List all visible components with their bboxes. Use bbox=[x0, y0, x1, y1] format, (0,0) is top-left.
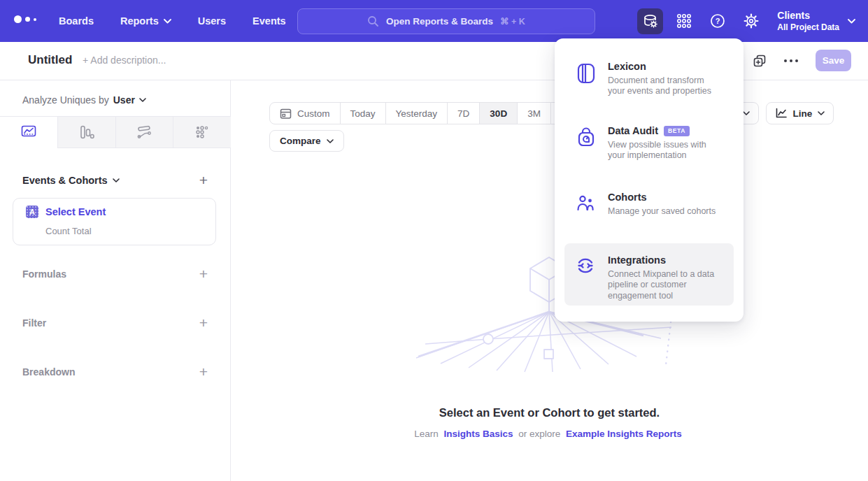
description-input[interactable]: + Add description... bbox=[83, 55, 166, 66]
analyze-label: Analyze Uniques by bbox=[22, 94, 109, 106]
events-cohorts-dropdown[interactable]: Events & Cohorts bbox=[22, 175, 120, 186]
project-scope: All Project Data bbox=[777, 22, 839, 32]
cohorts-people-icon bbox=[576, 193, 597, 214]
empty-state-title: Select an Event or Cohort to get started… bbox=[231, 406, 868, 419]
menu-item-desc: Document and transform your events and p… bbox=[608, 76, 723, 97]
top-nav: Boards Reports Users Events Open Reports… bbox=[0, 0, 868, 42]
nav-item-events[interactable]: Events bbox=[252, 15, 286, 27]
chevron-down-icon bbox=[818, 111, 825, 115]
menu-item-title: Integrations bbox=[608, 254, 666, 266]
data-audit-icon bbox=[576, 127, 597, 149]
flow-icon bbox=[136, 125, 152, 139]
events-section-header: Events & Cohorts + bbox=[22, 173, 208, 187]
add-breakdown-button[interactable]: + bbox=[199, 364, 208, 379]
query-sidebar: Analyze Uniques by User bbox=[0, 80, 231, 481]
menu-item-desc: Manage your saved cohorts bbox=[608, 206, 716, 217]
chevron-down-icon bbox=[848, 19, 855, 24]
project-name: Clients bbox=[777, 10, 839, 22]
search-icon bbox=[367, 15, 379, 27]
chevron-down-icon bbox=[164, 19, 171, 24]
search-placeholder: Open Reports & Boards bbox=[386, 16, 493, 27]
empty-state-links: Learn Insights Basics or explore Example… bbox=[231, 429, 868, 439]
grid-dots-icon bbox=[676, 13, 692, 29]
menu-item-data-audit[interactable]: Data Audit BETA View possible issues wit… bbox=[564, 125, 734, 161]
chevron-down-icon bbox=[139, 98, 146, 102]
add-formula-button[interactable]: + bbox=[199, 266, 208, 281]
report-canvas: Custom Today Yesterday 7D 30D 3M 6M Comp… bbox=[231, 80, 868, 481]
add-filter-button[interactable]: + bbox=[199, 315, 208, 330]
chevron-down-icon bbox=[327, 139, 334, 143]
lexicon-book-icon bbox=[576, 62, 597, 85]
search-input[interactable]: Open Reports & Boards ⌘ + K bbox=[297, 8, 595, 34]
formulas-label: Formulas bbox=[22, 268, 66, 280]
date-range-yesterday[interactable]: Yesterday bbox=[385, 103, 448, 124]
event-letter-badge: A bbox=[26, 206, 38, 218]
nav-right: ? Clients All Project Data bbox=[637, 0, 855, 42]
duplicate-icon[interactable] bbox=[753, 54, 767, 68]
question-icon: ? bbox=[709, 13, 726, 29]
mixpanel-logo[interactable] bbox=[14, 15, 36, 23]
date-range-3m[interactable]: 3M bbox=[517, 103, 550, 124]
menu-item-title: Data Audit bbox=[608, 125, 658, 136]
menu-item-cohorts[interactable]: Cohorts Manage your saved cohorts bbox=[564, 192, 734, 217]
tab-bar-chart[interactable] bbox=[57, 117, 115, 148]
chart-style-dropdown[interactable]: Line bbox=[766, 102, 834, 124]
menu-item-title: Cohorts bbox=[608, 192, 647, 203]
chart-type-tabs bbox=[0, 116, 231, 148]
analyze-row: Analyze Uniques by User bbox=[22, 94, 146, 106]
count-total-dropdown[interactable]: Count Total bbox=[45, 226, 92, 236]
event-row[interactable]: A Select Event Count Total bbox=[13, 198, 216, 245]
tab-line-chart[interactable] bbox=[0, 117, 57, 148]
data-management-button[interactable] bbox=[637, 8, 663, 34]
chevron-down-icon bbox=[743, 111, 750, 115]
tab-flow-chart[interactable] bbox=[115, 117, 173, 148]
search-shortcut: ⌘ + K bbox=[500, 16, 525, 27]
svg-text:?: ? bbox=[715, 17, 720, 25]
bar-chart-icon bbox=[79, 125, 94, 139]
report-title[interactable]: Untitled bbox=[28, 53, 72, 67]
line-chart-icon bbox=[775, 108, 788, 119]
add-event-button[interactable]: + bbox=[199, 173, 208, 187]
nav-item-users[interactable]: Users bbox=[198, 15, 226, 27]
apps-grid-button[interactable] bbox=[671, 8, 697, 34]
nav-item-reports[interactable]: Reports bbox=[120, 15, 171, 27]
menu-item-integrations[interactable]: Integrations Connect Mixpanel to a data … bbox=[564, 243, 734, 306]
help-button[interactable]: ? bbox=[704, 8, 730, 34]
breakdown-label: Breakdown bbox=[22, 366, 75, 378]
analyze-entity-dropdown[interactable]: User bbox=[113, 94, 146, 106]
date-range-7d[interactable]: 7D bbox=[447, 103, 479, 124]
compare-dropdown[interactable]: Compare bbox=[269, 130, 344, 152]
breakdown-section: Breakdown + bbox=[22, 364, 208, 379]
integrations-sync-icon bbox=[576, 256, 595, 275]
data-management-menu: Lexicon Document and transform your even… bbox=[555, 38, 744, 322]
database-gear-icon bbox=[642, 13, 659, 29]
menu-item-title: Lexicon bbox=[608, 61, 646, 72]
project-selector[interactable]: Clients All Project Data bbox=[777, 10, 855, 32]
date-range-today[interactable]: Today bbox=[340, 103, 385, 124]
filter-label: Filter bbox=[22, 317, 46, 329]
more-options-icon[interactable] bbox=[783, 59, 799, 63]
filter-section: Filter + bbox=[22, 315, 208, 330]
date-range-selector: Custom Today Yesterday 7D 30D 3M 6M bbox=[269, 102, 585, 124]
nav-item-boards[interactable]: Boards bbox=[59, 15, 94, 27]
insights-basics-link[interactable]: Insights Basics bbox=[443, 429, 513, 439]
date-range-custom[interactable]: Custom bbox=[270, 103, 340, 124]
line-chart-icon bbox=[21, 125, 36, 139]
menu-item-desc: Connect Mixpanel to a data pipeline or c… bbox=[608, 269, 723, 301]
dots-grid-icon bbox=[195, 125, 209, 139]
formulas-section: Formulas + bbox=[22, 266, 208, 281]
calendar-icon bbox=[280, 108, 292, 120]
menu-item-desc: View possible issues with your implement… bbox=[608, 140, 723, 161]
example-insights-reports-link[interactable]: Example Insights Reports bbox=[566, 429, 682, 439]
settings-button[interactable] bbox=[738, 8, 764, 34]
gear-icon bbox=[743, 13, 760, 29]
select-event-button[interactable]: Select Event bbox=[45, 206, 106, 217]
menu-item-lexicon[interactable]: Lexicon Document and transform your even… bbox=[564, 61, 734, 97]
chevron-down-icon bbox=[113, 178, 120, 182]
tab-metric-grid[interactable] bbox=[173, 117, 231, 148]
nav-links: Boards Reports Users Events bbox=[59, 0, 286, 42]
date-range-30d[interactable]: 30D bbox=[479, 103, 517, 124]
beta-badge: BETA bbox=[664, 126, 690, 136]
save-button[interactable]: Save bbox=[816, 50, 851, 71]
